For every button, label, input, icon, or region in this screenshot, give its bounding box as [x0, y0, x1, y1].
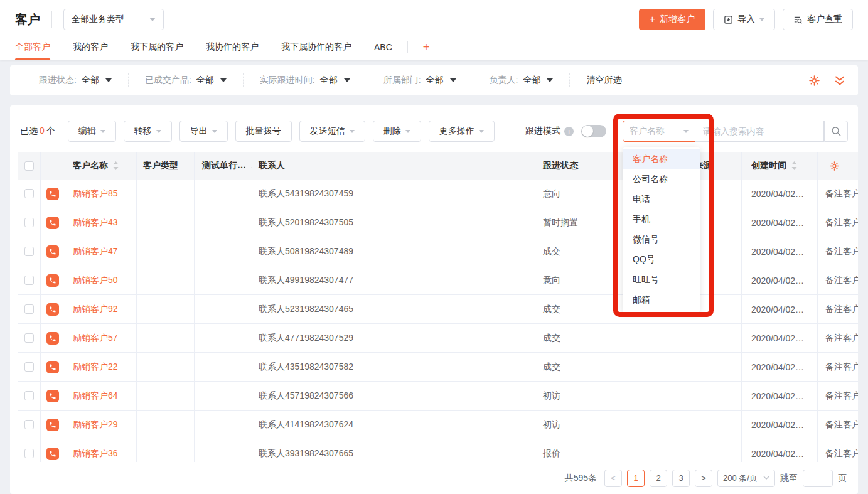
business-type-select[interactable]: 全部业务类型	[63, 9, 164, 30]
tab-item[interactable]: 全部客户	[15, 34, 50, 60]
dropdown-option[interactable]: 微信号	[623, 230, 700, 250]
filter-label: 负责人:	[490, 75, 518, 86]
prev-page-button[interactable]: <	[604, 470, 622, 487]
filter-dropdown[interactable]: 实际跟进时间: 全部	[244, 73, 367, 87]
table-row[interactable]: 励销客户57 联系人47719824307529 成交 2020/04/02… …	[18, 324, 858, 353]
search-input[interactable]	[695, 121, 824, 142]
add-tab-button[interactable]: +	[423, 41, 430, 53]
page-size-select[interactable]: 200 条/页	[717, 470, 775, 487]
row-checkbox[interactable]	[24, 304, 34, 314]
dropdown-option[interactable]: 客户名称	[623, 149, 700, 169]
call-phone-icon[interactable]	[46, 217, 59, 229]
row-checkbox[interactable]	[24, 333, 34, 343]
table-row[interactable]: 励销客户29 联系人41419824307624 初访 2020/04/02… …	[18, 411, 858, 439]
page-number-button[interactable]: 3	[672, 470, 690, 487]
row-checkbox[interactable]	[24, 362, 34, 372]
table-row[interactable]: 励销客户64 联系人45719824307566 初访 2020/04/02… …	[18, 382, 858, 411]
row-checkbox[interactable]	[24, 420, 34, 429]
customer-name-link[interactable]: 励销客户57	[73, 333, 118, 344]
follow-mode-toggle[interactable]	[581, 125, 606, 137]
row-checkbox[interactable]	[24, 247, 34, 256]
customer-name-link[interactable]: 励销客户36	[73, 448, 118, 459]
customer-name-link[interactable]: 励销客户64	[73, 390, 118, 402]
row-checkbox[interactable]	[24, 218, 34, 227]
bulk-action-button[interactable]: 导出	[179, 121, 228, 142]
customer-name-link[interactable]: 励销客户85	[73, 188, 118, 200]
customer-name-link[interactable]: 励销客户47	[73, 246, 118, 257]
dropdown-option[interactable]: 电话	[623, 190, 700, 210]
call-phone-icon[interactable]	[46, 361, 59, 373]
dropdown-option[interactable]: 手机	[623, 210, 700, 230]
row-checkbox[interactable]	[24, 276, 34, 285]
call-phone-icon[interactable]	[46, 419, 59, 431]
select-all-checkbox[interactable]	[24, 161, 34, 171]
table-row[interactable]: 励销客户50 联系人49919824307477 意向 2020/04/02… …	[18, 266, 858, 295]
tab-label: ABC	[374, 42, 392, 52]
add-customer-button[interactable]: + 新增客户	[639, 9, 705, 30]
table-row[interactable]: 励销客户22 联系人43519824307582 成交 2020/04/02… …	[18, 353, 858, 382]
dropdown-option[interactable]: 公司名称	[623, 169, 700, 190]
filter-settings-gear-icon[interactable]	[808, 75, 820, 87]
bulk-action-button[interactable]: 转移	[124, 121, 172, 142]
customer-list-page: 客户 全部业务类型 + 新增客户 导入	[0, 0, 868, 494]
bulk-action-button[interactable]: 编辑	[68, 121, 116, 142]
customer-name-link[interactable]: 励销客户29	[73, 419, 118, 431]
call-phone-icon[interactable]	[46, 274, 59, 287]
call-phone-icon[interactable]	[46, 188, 59, 200]
column-settings-gear-icon[interactable]	[829, 161, 840, 171]
tab-item[interactable]: 我下属的客户	[131, 34, 183, 60]
dropdown-option[interactable]: 邮箱	[623, 290, 700, 310]
row-checkbox[interactable]	[24, 189, 34, 198]
bulk-action-label: 更多操作	[439, 126, 474, 137]
chevron-down-icon	[350, 130, 355, 133]
info-icon[interactable]: i	[564, 127, 574, 136]
table-row[interactable]: 励销客户92 联系人52319824307465 成交 2020/04/02… …	[18, 295, 858, 324]
test-field-cell	[195, 208, 252, 237]
tabs-divider	[407, 41, 408, 53]
table-row[interactable]: 励销客户43 联系人52019824307505 暂时搁置 2020/04/02…	[18, 208, 858, 237]
call-phone-icon[interactable]	[46, 448, 59, 460]
table-row[interactable]: 励销客户47 联系人50819824307489 成交 2020/04/02… …	[18, 237, 858, 266]
filter-bar: 跟进状态: 全部 已成交产品: 全部 实际跟进时间: 全部 所属	[10, 65, 858, 95]
filter-dropdown[interactable]: 负责人: 全部	[473, 73, 571, 87]
customer-name-link[interactable]: 励销客户22	[73, 362, 118, 373]
filter-dropdown[interactable]: 所属部门: 全部	[367, 73, 473, 87]
sort-icon[interactable]	[113, 161, 119, 170]
call-phone-icon[interactable]	[46, 390, 59, 402]
row-checkbox[interactable]	[24, 449, 34, 458]
filter-dropdown[interactable]: 跟进状态: 全部	[23, 73, 129, 87]
call-phone-icon[interactable]	[46, 303, 59, 316]
call-phone-icon[interactable]	[46, 332, 59, 345]
bulk-action-button[interactable]: 更多操作	[429, 121, 495, 142]
bulk-action-button[interactable]: 批量拨号	[235, 121, 292, 142]
tab-item[interactable]: ABC	[374, 34, 392, 60]
collapse-double-chevron-icon[interactable]	[834, 75, 845, 86]
search-button[interactable]	[824, 121, 848, 142]
clear-filters-button[interactable]: 清空所选	[570, 75, 638, 86]
filter-dropdown[interactable]: 已成交产品: 全部	[129, 73, 244, 87]
call-phone-icon[interactable]	[46, 245, 59, 258]
import-button[interactable]: 导入	[713, 9, 775, 30]
customer-name-link[interactable]: 励销客户50	[73, 275, 118, 286]
dedupe-button[interactable]: 客户查重	[783, 9, 853, 30]
customer-name-link[interactable]: 励销客户43	[73, 217, 118, 228]
jump-page-input[interactable]	[803, 470, 833, 487]
sort-icon[interactable]	[791, 161, 797, 170]
tab-item[interactable]: 我的客户	[73, 34, 108, 60]
customer-type-cell	[137, 180, 195, 208]
tab-item[interactable]: 我协作的客户	[206, 34, 259, 60]
bulk-action-button[interactable]: 删除	[373, 121, 421, 142]
table-row[interactable]: 励销客户36 联系人39319824307665 报价 2020/04/02… …	[18, 439, 858, 462]
customer-name-link[interactable]: 励销客户92	[73, 304, 118, 315]
page-number-button[interactable]: 2	[650, 470, 667, 487]
page-number-button[interactable]: 1	[627, 470, 645, 487]
dropdown-option[interactable]: QQ号	[623, 250, 700, 270]
search-field-select[interactable]: 客户名称	[623, 121, 695, 142]
table-row[interactable]: 励销客户85 联系人54319824307459 意向 2020/04/02… …	[18, 180, 858, 208]
next-page-button[interactable]: >	[695, 470, 712, 487]
dropdown-option[interactable]: 旺旺号	[623, 270, 700, 290]
test-field-cell	[195, 180, 252, 208]
row-checkbox[interactable]	[24, 391, 34, 400]
tab-item[interactable]: 我下属协作的客户	[281, 34, 351, 60]
bulk-action-button[interactable]: 发送短信	[299, 121, 365, 142]
